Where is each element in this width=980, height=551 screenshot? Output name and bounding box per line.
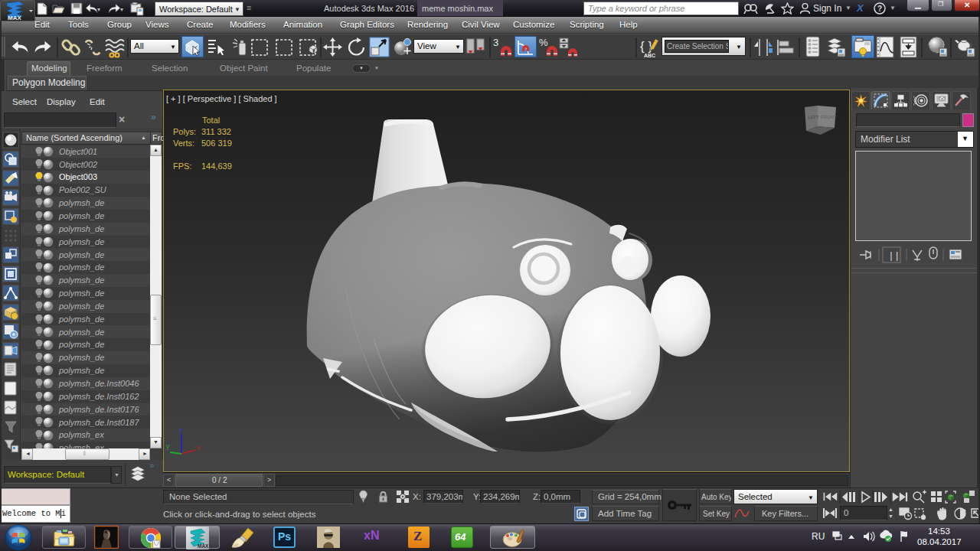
svg-text:?: ? — [877, 5, 882, 13]
svg-text:LEFT: LEFT — [808, 115, 819, 119]
svg-text:y: y — [166, 442, 170, 450]
svg-text:x: x — [197, 444, 201, 452]
svg-text:z: z — [179, 426, 183, 434]
svg-text:%: % — [539, 37, 548, 48]
svg-text:||: || — [888, 250, 900, 262]
svg-text:{ }: { } — [640, 39, 652, 54]
svg-text:MAX: MAX — [198, 543, 209, 549]
svg-text:MAX: MAX — [8, 15, 21, 21]
svg-text:3: 3 — [493, 37, 498, 48]
svg-text:FRONT: FRONT — [821, 115, 837, 119]
svg-text:ABC: ABC — [644, 53, 655, 58]
